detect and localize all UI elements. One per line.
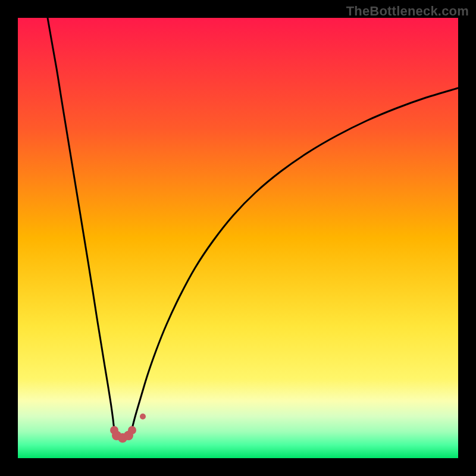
chart-svg xyxy=(18,18,458,458)
valley-dot-right xyxy=(128,426,136,434)
plot-area xyxy=(18,18,458,458)
isolated-dot xyxy=(140,414,146,419)
outer-frame: TheBottleneck.com xyxy=(0,0,476,476)
watermark-text: TheBottleneck.com xyxy=(346,4,469,19)
